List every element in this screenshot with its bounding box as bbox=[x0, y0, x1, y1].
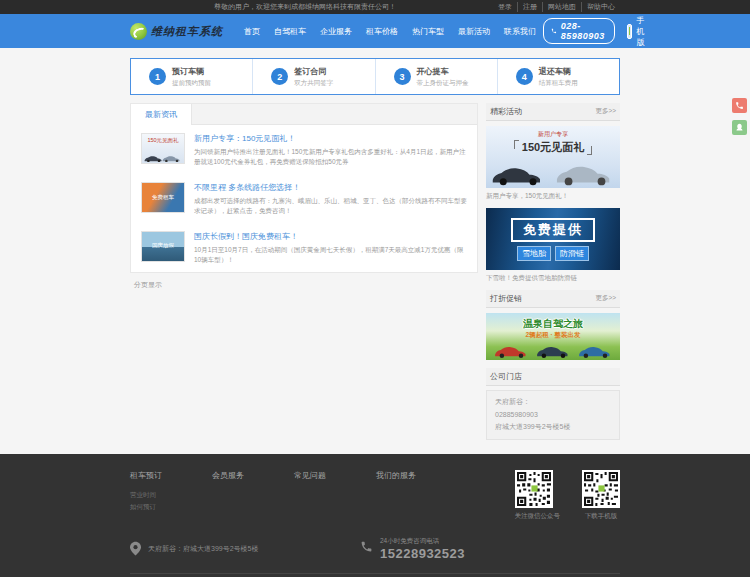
bracket-decoration bbox=[587, 146, 592, 155]
news-thumbnail: 免费租车 bbox=[141, 182, 185, 213]
activity-banner-new-user[interactable]: 新用户专享 150元见面礼 bbox=[486, 126, 620, 188]
footer-column-title: 会员服务 bbox=[212, 470, 294, 481]
more-promos-link[interactable]: 更多>> bbox=[595, 294, 616, 303]
footer-address: 天府新谷：府城大道399号2号楼5楼 bbox=[130, 541, 360, 556]
activity-banner-snow-tires[interactable]: 免费提供 雪地胎 防滑链 bbox=[486, 208, 620, 270]
banner-tag: 新用户专享 bbox=[486, 126, 620, 139]
phone-icon bbox=[360, 540, 373, 553]
float-phone-button[interactable] bbox=[732, 98, 747, 113]
logo[interactable]: 维纳租车系统 bbox=[130, 23, 223, 40]
nav-activities[interactable]: 最新活动 bbox=[451, 26, 497, 37]
nav-home[interactable]: 首页 bbox=[237, 26, 267, 37]
nav-prices[interactable]: 租车价格 bbox=[359, 26, 405, 37]
top-link-help[interactable]: 帮助中心 bbox=[581, 2, 620, 12]
header-phone-number: 028-85980903 bbox=[561, 21, 607, 41]
car-icon bbox=[578, 345, 614, 359]
thumbnail-caption: 免费租车 bbox=[142, 194, 184, 201]
section-title: 公司门店 bbox=[490, 371, 522, 382]
banner-title: 150元见面礼 bbox=[522, 140, 584, 155]
footer-link-how-to-book[interactable]: 如何预订 bbox=[130, 501, 212, 513]
step-number-badge: 2 bbox=[271, 68, 288, 85]
news-title-link[interactable]: 不限里程 多条线路任您选择！ bbox=[194, 182, 467, 193]
section-title: 打折促销 bbox=[490, 293, 522, 304]
tab-latest-news[interactable]: 最新资讯 bbox=[131, 104, 192, 125]
main-nav: 首页 自驾租车 企业服务 租车价格 热门车型 最新活动 联系我们 bbox=[237, 26, 543, 37]
sidebar: 精彩活动 更多>> 新用户专享 150元见面礼 新用户专享，150元见面礼！ 免… bbox=[486, 103, 620, 440]
footer-column-title: 我们的服务 bbox=[376, 470, 458, 481]
step-subtitle: 结算租车费用 bbox=[539, 79, 578, 88]
news-thumbnail: 150元见面礼 bbox=[141, 133, 185, 164]
footer-column-title: 常见问题 bbox=[294, 470, 376, 481]
qr-pattern-icon bbox=[517, 472, 551, 506]
footer-column-membership: 会员服务 bbox=[212, 470, 294, 521]
news-panel: 最新资讯 150元见面礼 新用户专享：150元见面礼！ 为回馈新用户特推出注册见… bbox=[130, 103, 478, 273]
step-subtitle: 提前预约预留 bbox=[172, 79, 211, 88]
promo-banner-spring-trip[interactable]: 温泉自驾之旅 2辆起租 · 整装出发 bbox=[486, 313, 620, 360]
chat-person-icon bbox=[735, 123, 744, 132]
wechat-qr-code bbox=[515, 470, 553, 508]
footer-address-text: 天府新谷：府城大道399号2号楼5楼 bbox=[148, 544, 258, 554]
news-desc: 10月1日至10月7日，在活动期间（国庆黄金周七天长假），租期满7天最高立减1万… bbox=[194, 245, 467, 265]
news-title-link[interactable]: 新用户专享：150元见面礼！ bbox=[194, 133, 467, 144]
top-link-login[interactable]: 登录 bbox=[493, 2, 517, 12]
nav-enterprise[interactable]: 企业服务 bbox=[313, 26, 359, 37]
news-item[interactable]: 免费租车 不限里程 多条线路任您选择！ 成都出发可选择的线路有：九寨沟、峨眉山、… bbox=[131, 174, 477, 223]
banner-title: 免费提供 bbox=[511, 218, 595, 242]
news-item[interactable]: 国庆放假 国庆长假到！国庆免费租车！ 10月1日至10月7日，在活动期间（国庆黄… bbox=[131, 223, 477, 272]
welcome-text: 尊敬的用户，欢迎您来到成都维纳网络科技有限责任公司！ bbox=[130, 2, 396, 12]
pagination-text: 分页显示 bbox=[134, 280, 478, 290]
thumbnail-caption: 150元见面礼 bbox=[142, 137, 184, 144]
step-number-badge: 3 bbox=[394, 68, 411, 85]
news-desc: 成都出发可选择的线路有：九寨沟、峨眉山、乐山、稻城、亚丁、色达（部分线路有不同车… bbox=[194, 196, 467, 216]
store-phone: 02885980903 bbox=[495, 409, 611, 422]
store-name: 天府新谷： bbox=[495, 396, 611, 409]
hotline-number: 15228932523 bbox=[380, 546, 465, 561]
top-link-sitemap[interactable]: 网站地图 bbox=[542, 2, 581, 12]
step-2: 2 签订合同 双方共同签字 bbox=[252, 59, 374, 94]
rental-steps-banner: 1 预订车辆 提前预约预留 2 签订合同 双方共同签字 3 开心提车 带上身份证… bbox=[130, 58, 620, 95]
footer-column-services: 我们的服务 bbox=[376, 470, 458, 521]
nav-self-drive[interactable]: 自驾租车 bbox=[267, 26, 313, 37]
top-link-register[interactable]: 注册 bbox=[517, 2, 542, 12]
activity-caption-link[interactable]: 新用户专享，150元见面礼！ bbox=[486, 192, 620, 201]
step-title: 签订合同 bbox=[294, 66, 333, 77]
nav-contact[interactable]: 联系我们 bbox=[497, 26, 543, 37]
store-info: 天府新谷： 02885980903 府城大道399号2号楼5楼 bbox=[486, 390, 620, 440]
news-desc: 为回馈新用户特推出注册见面礼！150元新用户专享礼包内含多重好礼：从4月1日起，… bbox=[194, 147, 467, 167]
app-qr-code bbox=[582, 470, 620, 508]
qr-caption: 下载手机版 bbox=[582, 512, 620, 521]
banner-label: 防滑链 bbox=[555, 246, 589, 261]
top-bar: 尊敬的用户，欢迎您来到成都维纳网络科技有限责任公司！ 登录 注册 网站地图 帮助… bbox=[0, 0, 750, 14]
nav-hot-models[interactable]: 热门车型 bbox=[405, 26, 451, 37]
step-3: 3 开心提车 带上身份证与押金 bbox=[375, 59, 497, 94]
main-header: 维纳租车系统 首页 自驾租车 企业服务 租车价格 热门车型 最新活动 联系我们 … bbox=[0, 14, 750, 48]
car-icon bbox=[494, 345, 530, 359]
float-chat-button[interactable] bbox=[732, 120, 747, 135]
footer-hotline: 24小时免费咨询电话 15228932523 bbox=[360, 537, 465, 561]
news-title-link[interactable]: 国庆长假到！国庆免费租车！ bbox=[194, 231, 467, 242]
footer-column-title: 租车预订 bbox=[130, 470, 212, 481]
promos-header: 打折促销 更多>> bbox=[486, 290, 620, 308]
mobile-version-link[interactable]: 手机版 bbox=[627, 15, 648, 48]
car-icon bbox=[491, 165, 547, 186]
footer-column-faq: 常见问题 bbox=[294, 470, 376, 521]
more-activities-link[interactable]: 更多>> bbox=[595, 107, 616, 116]
app-qr-block: 下载手机版 bbox=[582, 470, 620, 521]
phone-badge[interactable]: 028-85980903 bbox=[543, 18, 615, 44]
step-title: 预订车辆 bbox=[172, 66, 211, 77]
wechat-qr-block: 关注微信公众号 bbox=[515, 470, 561, 521]
thumbnail-caption: 国庆放假 bbox=[142, 242, 184, 249]
step-subtitle: 带上身份证与押金 bbox=[417, 79, 469, 88]
qr-caption: 关注微信公众号 bbox=[515, 512, 561, 521]
news-item[interactable]: 150元见面礼 新用户专享：150元见面礼！ 为回馈新用户特推出注册见面礼！15… bbox=[131, 125, 477, 174]
step-1: 1 预订车辆 提前预约预留 bbox=[131, 59, 252, 94]
step-subtitle: 双方共同签字 bbox=[294, 79, 333, 88]
footer-link-hours[interactable]: 营业时间 bbox=[130, 489, 212, 501]
banner-title: 温泉自驾之旅 bbox=[486, 313, 620, 331]
activity-caption-link[interactable]: 下雪啦！免费提供雪地胎防滑链 bbox=[486, 274, 620, 283]
footer: 租车预订 营业时间 如何预订 会员服务 常见问题 我们的服务 bbox=[0, 454, 750, 577]
banner-subtitle: 2辆起租 · 整装出发 bbox=[486, 331, 620, 340]
mobile-label: 手机版 bbox=[636, 15, 648, 48]
car-icon bbox=[162, 155, 182, 163]
car-icon bbox=[536, 345, 572, 359]
